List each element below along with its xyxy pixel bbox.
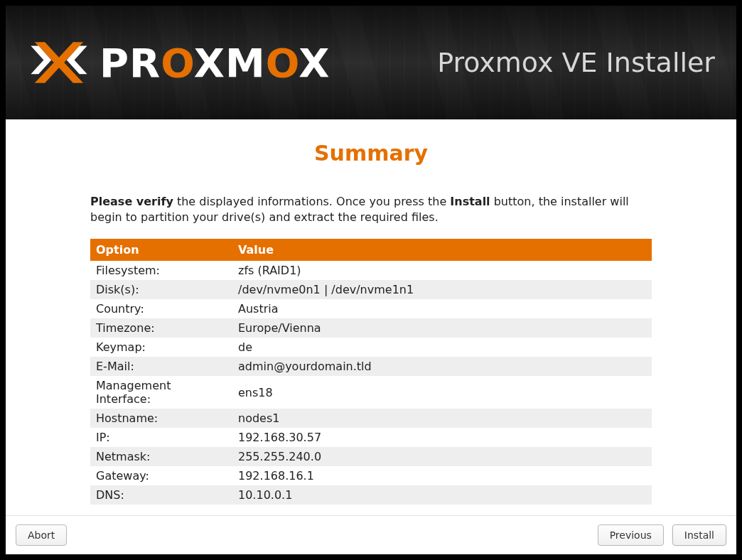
table-row: IP:192.168.30.57 xyxy=(90,428,652,447)
table-row: Hostname:nodes1 xyxy=(90,409,652,428)
table-row: Country:Austria xyxy=(90,299,652,318)
value-cell: 192.168.30.57 xyxy=(232,428,652,447)
intro-text: Please verify the displayed informations… xyxy=(90,194,652,225)
header-banner: PROXMOX Proxmox VE Installer xyxy=(6,6,736,119)
table-row: Gateway:192.168.16.1 xyxy=(90,466,652,485)
option-cell: Country: xyxy=(90,299,232,318)
option-cell: Timezone: xyxy=(90,318,232,338)
table-row: Keymap:de xyxy=(90,338,652,357)
table-row: Filesystem:zfs (RAID1) xyxy=(90,261,652,280)
value-cell: ens18 xyxy=(232,376,652,409)
table-row: Timezone:Europe/Vienna xyxy=(90,318,652,338)
install-button[interactable]: Install xyxy=(672,524,726,546)
value-cell: /dev/nvme0n1 | /dev/nvme1n1 xyxy=(232,280,652,299)
proxmox-x-icon xyxy=(27,31,91,95)
content-area: Summary Please verify the displayed info… xyxy=(6,119,736,515)
value-cell: nodes1 xyxy=(232,409,652,428)
installer-window: PROXMOX Proxmox VE Installer Summary Ple… xyxy=(6,6,736,554)
previous-button[interactable]: Previous xyxy=(598,524,664,546)
table-row: Netmask:255.255.240.0 xyxy=(90,447,652,466)
option-cell: E-Mail: xyxy=(90,357,232,376)
value-cell: admin@yourdomain.tld xyxy=(232,357,652,376)
abort-button[interactable]: Abort xyxy=(16,524,67,546)
logo: PROXMOX xyxy=(27,31,330,95)
value-cell: 255.255.240.0 xyxy=(232,447,652,466)
table-row: Disk(s):/dev/nvme0n1 | /dev/nvme1n1 xyxy=(90,280,652,299)
option-cell: Disk(s): xyxy=(90,280,232,299)
option-cell: IP: xyxy=(90,428,232,447)
option-cell: Management Interface: xyxy=(90,376,232,409)
value-cell: zfs (RAID1) xyxy=(232,261,652,280)
table-row: E-Mail:admin@yourdomain.tld xyxy=(90,357,652,376)
value-cell: 10.10.0.1 xyxy=(232,485,652,505)
option-cell: Filesystem: xyxy=(90,261,232,280)
summary-table: Option Value Filesystem:zfs (RAID1)Disk(… xyxy=(90,239,652,505)
value-cell: 192.168.16.1 xyxy=(232,466,652,485)
option-cell: Gateway: xyxy=(90,466,232,485)
value-cell: Austria xyxy=(232,299,652,318)
table-row: Management Interface:ens18 xyxy=(90,376,652,409)
option-cell: DNS: xyxy=(90,485,232,505)
option-cell: Keymap: xyxy=(90,338,232,357)
page-title: Summary xyxy=(6,141,736,166)
value-cell: de xyxy=(232,338,652,357)
value-cell: Europe/Vienna xyxy=(232,318,652,338)
option-cell: Netmask: xyxy=(90,447,232,466)
logo-text: PROXMOX xyxy=(100,40,330,86)
header-title: Proxmox VE Installer xyxy=(437,47,715,78)
table-header-option: Option xyxy=(90,239,232,261)
table-header-value: Value xyxy=(232,239,652,261)
footer-bar: Abort Previous Install xyxy=(6,515,736,554)
table-row: DNS:10.10.0.1 xyxy=(90,485,652,505)
option-cell: Hostname: xyxy=(90,409,232,428)
